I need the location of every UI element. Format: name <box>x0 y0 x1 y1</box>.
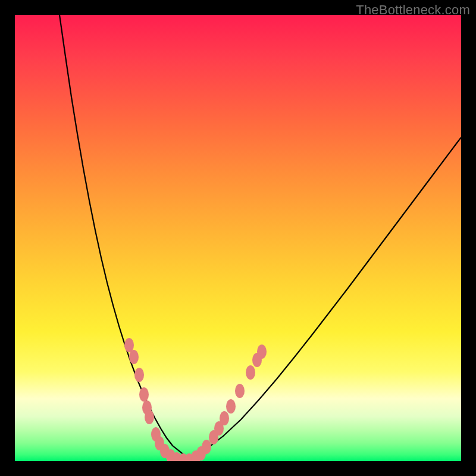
dot-marker <box>145 410 154 424</box>
dot-marker <box>202 440 211 454</box>
dot-marker <box>129 350 139 364</box>
dot-marker <box>139 387 149 402</box>
watermark-text: TheBottleneck.com <box>356 2 470 18</box>
chart-overlay <box>15 15 461 461</box>
dot-marker <box>226 399 236 414</box>
dot-cluster <box>124 338 267 461</box>
main-curve <box>60 15 461 458</box>
dot-marker <box>257 345 267 359</box>
dot-marker <box>124 338 134 352</box>
dot-marker <box>220 411 229 425</box>
dot-marker <box>134 368 144 382</box>
dot-marker <box>246 365 255 380</box>
dot-marker <box>235 384 245 398</box>
chart-frame <box>15 15 461 461</box>
